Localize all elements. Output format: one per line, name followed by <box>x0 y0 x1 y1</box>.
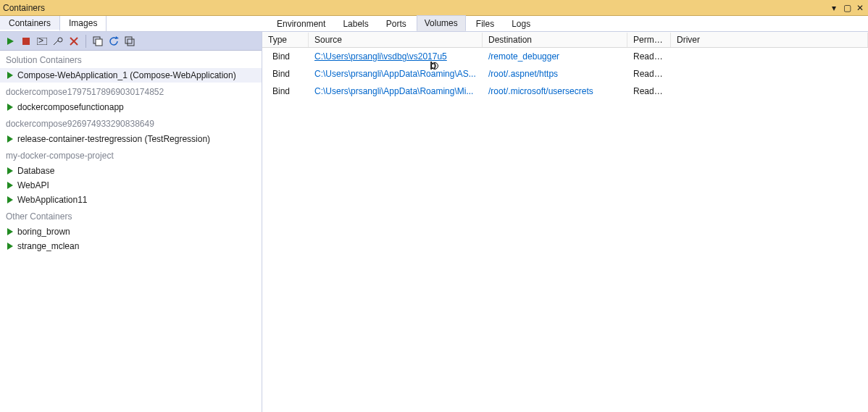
source-link[interactable]: C:\Users\prsangli\vsdbg\vs2017u5 <box>314 51 447 62</box>
copy-icon[interactable] <box>91 34 105 49</box>
cell-destination: /root/.microsoft/usersecrets <box>483 84 627 98</box>
prune-icon[interactable] <box>122 34 137 49</box>
stop-icon[interactable] <box>19 34 33 49</box>
sidebar: >_ Solution ContainersCompose-WebApplica… <box>0 32 262 412</box>
toolbar-separator <box>85 35 86 48</box>
cell-type: Bind <box>262 67 309 81</box>
container-node[interactable]: strange_mclean <box>0 239 262 253</box>
container-label: release-container-testregression (TestRe… <box>17 134 210 144</box>
col-type[interactable]: Type <box>262 33 309 47</box>
tab-files[interactable]: Files <box>469 17 501 31</box>
svg-rect-8 <box>96 39 102 46</box>
cell-driver <box>671 54 868 59</box>
group-header: Solution Containers <box>0 51 262 68</box>
cell-driver <box>671 72 868 76</box>
destination-link[interactable]: /root/.aspnet/https <box>488 69 558 79</box>
running-icon <box>7 167 13 175</box>
group-header: my-docker-compose-project <box>0 146 262 164</box>
cell-permissions: Read only <box>627 67 671 81</box>
running-icon <box>7 104 13 111</box>
delete-icon[interactable] <box>67 34 81 49</box>
tab-logs[interactable]: Logs <box>504 17 538 31</box>
tab-images[interactable]: Images <box>60 16 107 31</box>
volume-row[interactable]: BindC:\Users\prsangli\AppData\Roaming\Mi… <box>262 83 868 100</box>
container-label: WebAPI <box>17 180 49 190</box>
attach-icon[interactable] <box>51 34 65 49</box>
svg-rect-1 <box>22 38 30 45</box>
window-title: Containers <box>3 3 45 13</box>
cell-permissions: Read only <box>627 84 671 98</box>
container-node[interactable]: Compose-WebApplication_1 (Compose-WebApp… <box>0 68 262 83</box>
start-icon[interactable] <box>3 34 17 49</box>
close-icon[interactable]: ✕ <box>855 3 865 13</box>
cell-type: Bind <box>262 84 309 98</box>
cell-source: C:\Users\prsangli\vsdbg\vs2017u5 <box>309 49 483 64</box>
tab-environment[interactable]: Environment <box>270 17 333 31</box>
terminal-icon[interactable]: >_ <box>35 34 49 49</box>
svg-text:>_: >_ <box>38 38 47 45</box>
running-icon <box>7 182 13 189</box>
running-icon <box>7 135 13 143</box>
svg-rect-11 <box>128 39 134 46</box>
dropdown-icon[interactable]: ▾ <box>829 3 839 13</box>
cell-permissions: Read write <box>627 49 671 64</box>
container-label: boring_brown <box>17 227 70 237</box>
container-node[interactable]: WebApplication11 <box>0 193 262 207</box>
container-label: WebApplication11 <box>17 195 88 205</box>
col-permissions[interactable]: Permis... <box>627 33 671 47</box>
svg-rect-10 <box>125 37 132 43</box>
cell-destination: /remote_debugger <box>483 49 627 64</box>
window-controls: ▾ ▢ ✕ <box>829 3 865 13</box>
tab-labels[interactable]: Labels <box>335 17 375 31</box>
volumes-header: Type Source Destination Permis... Driver <box>262 32 868 48</box>
volume-row[interactable]: BindC:\Users\prsangli\vsdbg\vs2017u5/rem… <box>262 48 868 65</box>
source-link[interactable]: C:\Users\prsangli\AppData\Roaming\AS... <box>314 69 476 79</box>
running-icon <box>7 243 13 250</box>
container-node[interactable]: release-container-testregression (TestRe… <box>0 132 262 146</box>
titlebar: Containers ▾ ▢ ✕ <box>0 0 868 16</box>
source-link[interactable]: C:\Users\prsangli\AppData\Roaming\Mi... <box>314 86 473 96</box>
main-split: >_ Solution ContainersCompose-WebApplica… <box>0 32 868 412</box>
tabs-row: Containers Images Environment Labels Por… <box>0 16 868 32</box>
sidebar-toolbar: >_ <box>0 32 262 51</box>
running-icon <box>7 228 13 235</box>
container-label: Compose-WebApplication_1 (Compose-WebApp… <box>17 70 236 80</box>
container-label: strange_mclean <box>17 241 79 251</box>
destination-link[interactable]: /root/.microsoft/usersecrets <box>488 86 593 96</box>
volumes-panel: Type Source Destination Permis... Driver… <box>262 32 868 412</box>
container-label: Database <box>17 166 54 176</box>
col-driver[interactable]: Driver <box>671 33 868 47</box>
tab-volumes[interactable]: Volumes <box>417 15 466 31</box>
refresh-icon[interactable] <box>107 34 121 49</box>
destination-link[interactable]: /remote_debugger <box>488 51 559 62</box>
right-tabstrip: Environment Labels Ports Volumes Files L… <box>262 16 868 32</box>
container-node[interactable]: dockercomposefunctionapp <box>0 100 262 114</box>
col-source[interactable]: Source <box>309 33 483 47</box>
running-icon <box>7 196 13 203</box>
container-label: dockercomposefunctionapp <box>17 102 124 112</box>
container-node[interactable]: WebAPI <box>0 178 262 193</box>
left-tabstrip: Containers Images <box>0 16 262 32</box>
volume-row[interactable]: BindC:\Users\prsangli\AppData\Roaming\AS… <box>262 65 868 83</box>
cell-source: C:\Users\prsangli\AppData\Roaming\Mi... <box>309 84 483 98</box>
container-node[interactable]: Database <box>0 164 262 178</box>
running-icon <box>7 72 13 79</box>
group-header: dockercompose926974933290838649 <box>0 114 262 132</box>
cell-type: Bind <box>262 49 309 64</box>
cell-source: C:\Users\prsangli\AppData\Roaming\AS... <box>309 67 483 81</box>
svg-marker-0 <box>7 38 14 45</box>
svg-point-4 <box>58 38 62 42</box>
tab-containers[interactable]: Containers <box>0 16 60 31</box>
cell-destination: /root/.aspnet/https <box>483 67 627 81</box>
col-destination[interactable]: Destination <box>483 33 627 47</box>
tab-ports[interactable]: Ports <box>379 17 414 31</box>
group-header: Other Containers <box>0 207 262 224</box>
maximize-icon[interactable]: ▢ <box>842 3 852 13</box>
container-node[interactable]: boring_brown <box>0 224 262 239</box>
cell-driver <box>671 89 868 93</box>
group-header: dockercompose17975178969030174852 <box>0 83 262 100</box>
svg-marker-9 <box>115 36 119 39</box>
